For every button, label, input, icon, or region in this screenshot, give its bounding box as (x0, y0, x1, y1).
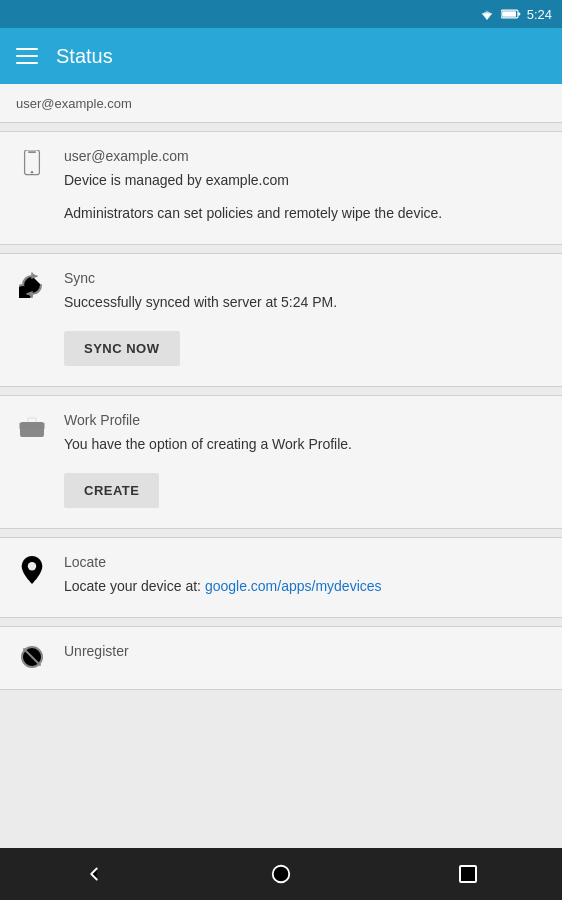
wifi-icon (479, 7, 495, 21)
unregister-icon (16, 643, 48, 669)
sync-section-desc: Successfully synced with server at 5:24 … (64, 292, 546, 313)
device-section-line2: Administrators can set policies and remo… (64, 203, 546, 224)
device-section: user@example.com Device is managed by ex… (0, 131, 562, 245)
device-section-line1: Device is managed by example.com (64, 170, 546, 191)
sync-section-body: Sync Successfully synced with server at … (64, 270, 546, 366)
battery-icon (501, 8, 521, 20)
locate-section: Locate Locate your device at: google.com… (0, 537, 562, 618)
unregister-section: Unregister (0, 626, 562, 690)
hamburger-menu-button[interactable] (16, 48, 38, 64)
bottom-navigation (0, 848, 562, 900)
content-area: user@example.com user@example.com Device… (0, 84, 562, 848)
recent-apps-button[interactable] (438, 848, 498, 900)
account-header-email: user@example.com (16, 96, 132, 111)
svg-point-11 (28, 562, 36, 570)
work-profile-section-body: Work Profile You have the option of crea… (64, 412, 546, 508)
device-section-body: user@example.com Device is managed by ex… (64, 148, 546, 224)
svg-rect-15 (460, 866, 476, 882)
work-profile-section: Work Profile You have the option of crea… (0, 395, 562, 529)
svg-point-14 (273, 866, 290, 883)
unregister-title: Unregister (64, 643, 546, 659)
locate-section-body: Locate Locate your device at: google.com… (64, 554, 546, 597)
account-header: user@example.com (0, 84, 562, 123)
create-work-profile-button[interactable]: CREATE (64, 473, 159, 508)
location-icon (16, 554, 48, 584)
app-bar: Status (0, 28, 562, 84)
svg-point-8 (31, 171, 33, 173)
status-time: 5:24 (527, 7, 552, 22)
work-profile-title: Work Profile (64, 412, 546, 428)
briefcase-icon (16, 412, 48, 438)
sync-section-title: Sync (64, 270, 546, 286)
sync-section: Sync Successfully synced with server at … (0, 253, 562, 387)
locate-link[interactable]: google.com/apps/mydevices (205, 578, 382, 594)
locate-desc: Locate your device at: google.com/apps/m… (64, 576, 546, 597)
svg-rect-5 (502, 11, 516, 16)
home-button[interactable] (251, 848, 311, 900)
phone-icon (16, 148, 48, 178)
status-bar: 5:24 (0, 0, 562, 28)
unregister-section-body: Unregister (64, 643, 546, 665)
status-bar-icons: 5:24 (479, 7, 552, 22)
locate-title: Locate (64, 554, 546, 570)
app-bar-title: Status (56, 45, 113, 68)
sync-icon (16, 270, 48, 298)
device-section-title: user@example.com (64, 148, 546, 164)
back-button[interactable] (64, 848, 124, 900)
sync-now-button[interactable]: SYNC NOW (64, 331, 180, 366)
svg-rect-7 (28, 151, 36, 153)
svg-rect-4 (518, 12, 520, 15)
svg-rect-10 (19, 423, 45, 429)
work-profile-desc: You have the option of creating a Work P… (64, 434, 546, 455)
